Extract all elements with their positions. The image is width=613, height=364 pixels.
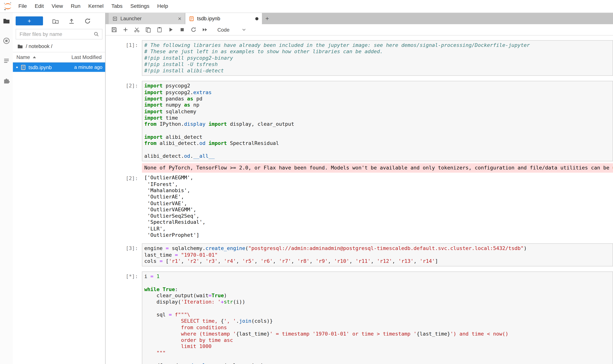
menu-tabs[interactable]: Tabs	[108, 0, 126, 13]
file-browser-panel: + / notebook / Name Last Modified	[13, 13, 106, 364]
tab-launcher[interactable]: Launcher ×	[109, 13, 185, 24]
column-header-name[interactable]: Name	[16, 54, 30, 60]
notebook-file-icon	[20, 64, 26, 70]
code-cell: [2]:import psycopg2import psycopg2.extra…	[106, 81, 613, 161]
cell-type-value: Code	[218, 27, 230, 33]
code-cell: [*]:i = 1 while True: clear_output(wait=…	[106, 272, 613, 364]
menu-bar: FileEditViewRunKernelTabsSettingsHelp	[0, 0, 613, 13]
input-prompt: [2]:	[106, 81, 142, 161]
insert-cell-button[interactable]	[122, 26, 129, 34]
tab-label-launcher: Launcher	[121, 16, 142, 22]
search-icon	[94, 31, 99, 37]
file-name: tsdb.ipynb	[28, 64, 52, 70]
cell-editor[interactable]: # The following libraries have already b…	[142, 40, 613, 76]
tab-tsdb-notebook[interactable]: tsdb.ipynb	[185, 13, 262, 24]
menu-settings[interactable]: Settings	[126, 0, 153, 13]
new-tab-button[interactable]: +	[262, 13, 272, 24]
tab-label-tsdb: tsdb.ipynb	[197, 16, 220, 22]
cell-type-dropdown[interactable]: Code	[218, 27, 247, 33]
notebook-icon	[189, 16, 194, 21]
code-cell: [1]:# The following libraries have alrea…	[106, 40, 613, 76]
file-list-header: Name Last Modified	[13, 52, 105, 63]
breadcrumb: / notebook /	[13, 42, 105, 52]
menu-bar-items: FileEditViewRunKernelTabsSettingsHelp	[14, 0, 172, 13]
restart-button[interactable]	[190, 26, 198, 34]
file-last-modified: a minute ago	[74, 65, 102, 70]
launcher-icon	[112, 16, 118, 21]
menu-help[interactable]: Help	[153, 0, 172, 13]
notebook-cell-area: [1]:# The following libraries have alrea…	[106, 36, 613, 364]
execute-result-output: ['OutlierAEGMM', 'IForest', 'Mahalanobis…	[142, 175, 613, 238]
modified-dot-indicator: •	[16, 65, 18, 70]
left-activity-bar	[0, 13, 13, 364]
file-filter-input[interactable]	[19, 31, 94, 38]
input-prompt: [3]:	[106, 244, 142, 267]
run-button[interactable]	[167, 26, 175, 34]
upload-icon[interactable]	[68, 17, 75, 24]
file-browser-icon[interactable]	[3, 17, 10, 25]
output-prompt: [2]:	[106, 175, 142, 238]
cell-output: [2]:['OutlierAEGMM', 'IForest', 'Mahalan…	[106, 175, 613, 238]
menu-view[interactable]: View	[48, 0, 67, 13]
sort-ascending-icon	[33, 56, 36, 58]
paste-button[interactable]	[156, 26, 163, 34]
dock-panel: Launcher × tsdb.ipynb + Code [1]:# The f…	[106, 13, 613, 364]
extensions-icon[interactable]	[3, 77, 10, 84]
stderr-warning-output: None of PyTorch, TensorFlow >= 2.0, or F…	[142, 163, 613, 173]
file-browser-toolbar: +	[13, 13, 105, 28]
running-sessions-icon[interactable]	[3, 37, 10, 45]
breadcrumb-path[interactable]: / notebook /	[26, 43, 53, 49]
notebook-toolbar: Code	[106, 24, 613, 36]
output-prompt	[106, 163, 142, 173]
stop-button[interactable]	[178, 26, 186, 34]
file-row-tsdb-notebook[interactable]: • tsdb.ipynb a minute ago	[13, 63, 105, 72]
dock-tab-bar: Launcher × tsdb.ipynb +	[106, 13, 613, 24]
run-all-button[interactable]	[201, 26, 209, 34]
new-launcher-button[interactable]: +	[16, 16, 43, 25]
cell-editor[interactable]: i = 1 while True: clear_output(wait=True…	[142, 272, 613, 364]
save-button[interactable]	[110, 26, 118, 34]
unsaved-changes-dot-icon[interactable]	[255, 17, 258, 20]
home-folder-icon[interactable]	[17, 43, 23, 49]
jupyterlab-window: FileEditViewRunKernelTabsSettingsHelp + …	[0, 0, 613, 364]
table-of-contents-icon[interactable]	[3, 57, 10, 65]
new-folder-icon[interactable]	[52, 17, 59, 24]
cell-editor[interactable]: import psycopg2import psycopg2.extrasimp…	[142, 81, 613, 161]
cell-editor[interactable]: engine = sqlalchemy.create_engine("postg…	[142, 244, 613, 267]
refresh-icon[interactable]	[84, 17, 91, 24]
menu-edit[interactable]: Edit	[31, 0, 48, 13]
cell-output: None of PyTorch, TensorFlow >= 2.0, or F…	[106, 163, 613, 173]
chevron-down-icon	[241, 27, 247, 32]
cut-button[interactable]	[133, 26, 141, 34]
column-header-last-modified[interactable]: Last Modified	[71, 54, 102, 60]
menu-run[interactable]: Run	[67, 0, 84, 13]
menu-kernel[interactable]: Kernel	[84, 0, 108, 13]
menu-file[interactable]: File	[14, 0, 31, 13]
jupyter-logo-icon	[3, 1, 13, 11]
close-tab-icon[interactable]: ×	[178, 16, 181, 22]
copy-button[interactable]	[144, 26, 152, 34]
file-filter-box	[16, 29, 102, 39]
input-prompt: [*]:	[106, 272, 142, 364]
code-cell: [3]:engine = sqlalchemy.create_engine("p…	[106, 244, 613, 267]
input-prompt: [1]:	[106, 40, 142, 76]
